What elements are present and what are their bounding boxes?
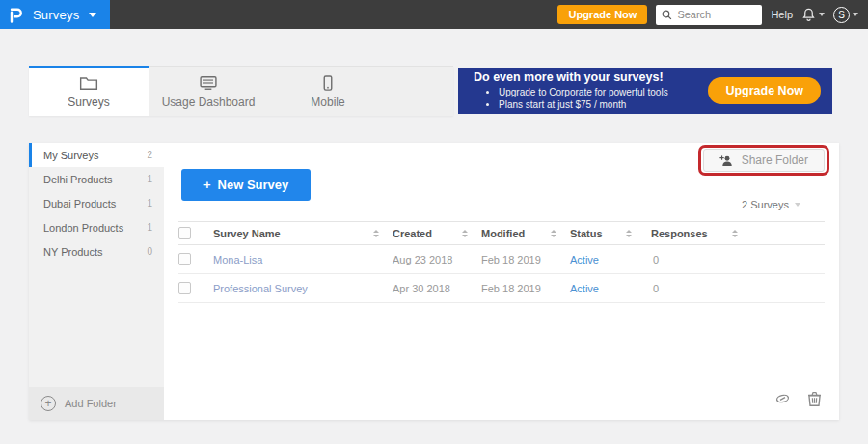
responses-cell: 0 — [641, 283, 738, 294]
new-survey-label: New Survey — [218, 178, 289, 192]
column-header-status[interactable]: Status — [570, 228, 641, 239]
tab-label: Mobile — [311, 96, 344, 109]
responses-cell: 0 — [641, 254, 738, 265]
sort-icon[interactable] — [732, 230, 738, 237]
tab-surveys[interactable]: Surveys — [29, 66, 149, 116]
promo-banner: Do even more with your surveys! Upgrade … — [458, 68, 832, 114]
notifications-menu[interactable] — [801, 7, 825, 22]
folder-icon — [79, 74, 98, 92]
promo-bullet: Upgrade to Corporate for powerful tools — [499, 86, 708, 99]
column-label: Created — [393, 228, 432, 239]
sort-icon[interactable] — [462, 230, 468, 237]
app-switcher[interactable]: Surveys — [0, 0, 110, 29]
account-menu[interactable]: S — [833, 7, 858, 23]
tab-usage-dashboard[interactable]: Usage Dashboard — [149, 66, 268, 116]
survey-count-dropdown[interactable]: 2 Surveys — [742, 199, 800, 210]
add-folder-button[interactable]: + Add Folder — [29, 387, 164, 420]
folder-label: Delhi Products — [43, 174, 113, 185]
select-all-checkbox[interactable] — [178, 227, 191, 239]
promo-text: Do even more with your surveys! Upgrade … — [474, 70, 708, 112]
avatar: S — [833, 7, 850, 23]
product-name: Surveys — [33, 8, 79, 22]
chevron-down-icon — [795, 203, 800, 207]
survey-name-cell: Mona-Lisa — [213, 254, 393, 265]
proprofs-logo-icon — [9, 5, 23, 24]
modified-cell: Feb 18 2019 — [481, 283, 570, 294]
upgrade-now-banner-button[interactable]: Upgrade Now — [708, 77, 821, 104]
created-cell: Apr 30 2018 — [393, 283, 481, 294]
tab-label: Usage Dashboard — [162, 96, 256, 109]
upgrade-now-button[interactable]: Upgrade Now — [557, 5, 647, 24]
folder-count: 0 — [147, 246, 152, 257]
modified-cell: Feb 18 2019 — [481, 254, 570, 265]
column-header-created[interactable]: Created — [393, 228, 481, 239]
table-row: Professional Survey Apr 30 2018 Feb 18 2… — [178, 274, 825, 303]
share-folder-label: Share Folder — [742, 153, 808, 167]
table-row: Mona-Lisa Aug 23 2018 Feb 18 2019 Active… — [178, 245, 825, 274]
column-header-modified[interactable]: Modified — [481, 228, 570, 239]
folders-sidebar: My Surveys 2 Delhi Products 1 Dubai Prod… — [29, 143, 164, 420]
plus-icon: + — [203, 178, 211, 192]
trash-icon[interactable] — [807, 391, 822, 406]
new-survey-button[interactable]: + New Survey — [181, 169, 311, 201]
content-card: My Surveys 2 Delhi Products 1 Dubai Prod… — [29, 143, 839, 420]
sidebar-item-dubai-products[interactable]: Dubai Products 1 — [29, 191, 164, 215]
responses-count: 0 — [651, 254, 659, 265]
sidebar-item-my-surveys[interactable]: My Surveys 2 — [29, 143, 164, 167]
sidebar-item-london-products[interactable]: London Products 1 — [29, 215, 164, 239]
surveys-panel: Share Folder + New Survey 2 Surveys Su — [164, 143, 839, 420]
link-icon[interactable] — [774, 392, 791, 405]
survey-link[interactable]: Professional Survey — [213, 283, 308, 294]
survey-name-cell: Professional Survey — [213, 283, 393, 294]
folder-label: My Surveys — [43, 150, 98, 161]
column-header-survey-name[interactable]: Survey Name — [213, 228, 393, 239]
folder-label: London Products — [43, 222, 123, 234]
status-badge[interactable]: Active — [570, 254, 599, 265]
created-cell: Aug 23 2018 — [393, 254, 481, 265]
tab-label: Surveys — [68, 96, 109, 109]
mobile-icon — [318, 74, 338, 92]
add-folder-label: Add Folder — [65, 398, 117, 409]
section-tabs: Surveys Usage Dashboard Mobile — [29, 66, 453, 116]
sidebar-item-ny-products[interactable]: NY Products 0 — [29, 239, 164, 264]
chevron-down-icon — [89, 13, 96, 17]
top-navbar: Surveys Upgrade Now Help S — [0, 0, 868, 29]
column-label: Modified — [481, 228, 525, 239]
search-input[interactable] — [677, 9, 754, 20]
chevron-down-icon — [819, 13, 825, 16]
column-label: Responses — [651, 228, 708, 239]
row-checkbox[interactable] — [178, 253, 191, 265]
column-header-responses[interactable]: Responses — [641, 228, 738, 239]
sidebar-spacer — [29, 264, 164, 387]
sort-icon[interactable] — [626, 230, 632, 237]
status-badge[interactable]: Active — [570, 283, 599, 294]
status-cell: Active — [570, 254, 641, 265]
dashboard-icon — [199, 74, 218, 92]
row-checkbox[interactable] — [178, 282, 191, 294]
sidebar-item-delhi-products[interactable]: Delhi Products 1 — [29, 167, 164, 191]
search-box[interactable] — [656, 5, 762, 25]
help-link[interactable]: Help — [771, 9, 793, 20]
promo-title: Do even more with your surveys! — [474, 70, 708, 84]
add-user-icon — [719, 154, 735, 167]
sort-icon[interactable] — [551, 230, 556, 237]
table-actions — [774, 391, 822, 406]
promo-bullet: Plans start at just $75 / month — [499, 98, 708, 112]
table-header-row: Survey Name Created Modified Status — [178, 221, 825, 245]
share-folder-button[interactable]: Share Folder — [703, 149, 825, 172]
plus-circle-icon: + — [41, 396, 56, 411]
row-checkbox-cell — [178, 282, 213, 294]
folder-count: 1 — [147, 222, 152, 233]
topnav-right: Upgrade Now Help S — [557, 5, 868, 25]
sort-icon[interactable] — [373, 230, 379, 237]
folder-count: 2 — [147, 150, 152, 160]
row-checkbox-cell — [178, 253, 213, 265]
search-icon — [662, 10, 672, 20]
survey-link[interactable]: Mona-Lisa — [213, 254, 262, 265]
survey-count-label: 2 Surveys — [742, 199, 789, 210]
header-checkbox-cell — [178, 227, 213, 239]
responses-count: 0 — [651, 283, 659, 294]
folder-count: 1 — [147, 198, 152, 208]
bell-icon — [801, 7, 816, 22]
tab-mobile[interactable]: Mobile — [268, 66, 388, 116]
